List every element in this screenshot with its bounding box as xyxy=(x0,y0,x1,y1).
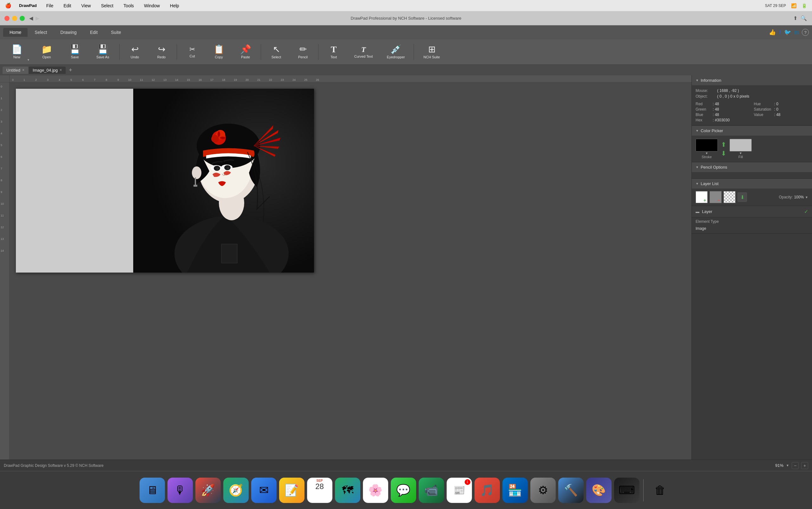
dock-item-settings[interactable]: ⚙ xyxy=(530,478,556,503)
twitter-icon[interactable]: 🐦 xyxy=(784,29,791,36)
layer-visibility-check[interactable]: ✓ xyxy=(804,208,808,214)
dock-item-news[interactable]: 📰 1 xyxy=(447,478,472,503)
linkedin-icon[interactable]: in xyxy=(794,29,799,36)
doc-tab-image-close[interactable]: × xyxy=(60,68,62,72)
fill-swatch-container: ▼ Fill xyxy=(729,139,752,159)
menu-file[interactable]: File xyxy=(44,3,56,9)
fill-label: Fill xyxy=(739,155,743,159)
zoom-in-button[interactable]: + xyxy=(801,462,808,469)
close-button[interactable] xyxy=(4,16,9,21)
menu-select[interactable]: Select xyxy=(99,3,115,9)
stroke-swatch-container: ▼ Stroke xyxy=(696,139,718,159)
stroke-dropdown[interactable]: ▼ xyxy=(705,151,708,155)
dock-item-facetime[interactable]: 📹 xyxy=(419,478,444,503)
info-hex: Hex : #303030 xyxy=(696,118,750,122)
layer-thumb-alpha[interactable] xyxy=(723,191,736,203)
open-button[interactable]: 📁 Open xyxy=(32,41,61,63)
text-button[interactable]: T Text xyxy=(321,41,346,63)
dock-item-notes[interactable]: 📝 xyxy=(279,478,305,503)
save-as-button[interactable]: 💾 Save As xyxy=(89,41,117,63)
nch-suite-button[interactable]: ⊞ NCH Suite xyxy=(416,41,447,63)
pencil-button[interactable]: ✏ Pencil xyxy=(290,41,316,63)
dock-item-appstore[interactable]: 🏪 xyxy=(502,478,528,503)
blue-label: Blue xyxy=(696,112,712,117)
menu-window[interactable]: Window xyxy=(142,3,162,9)
ruler-v-1: 1 xyxy=(1,97,2,100)
forward-button[interactable]: ▶ xyxy=(35,15,39,21)
nav-tab-select[interactable]: Select xyxy=(28,28,53,37)
search-icon[interactable]: 🔍 xyxy=(801,15,807,21)
dock-item-siri[interactable]: 🎙 xyxy=(167,478,193,503)
eyedropper-button[interactable]: 💉 Eyedropper xyxy=(381,41,411,63)
dock-item-messages[interactable]: 💬 xyxy=(391,478,416,503)
dock-item-launchpad[interactable]: 🚀 xyxy=(195,478,221,503)
pencil-options-header[interactable]: ▼ Pencil Options xyxy=(692,162,812,172)
curved-text-button[interactable]: T Curved Text xyxy=(348,41,379,63)
paste-label: Paste xyxy=(241,55,250,59)
cut-button[interactable]: ✂ Cut xyxy=(180,41,205,63)
dock-item-maps[interactable]: 🗺 xyxy=(335,478,360,503)
save-button[interactable]: 💾 Save xyxy=(62,41,88,63)
select-button[interactable]: ↖ Select xyxy=(263,41,289,63)
information-header[interactable]: ▼ Information xyxy=(692,75,812,85)
app-name-menu[interactable]: DrawPad xyxy=(19,3,37,8)
dock-item-calendar[interactable]: SEP 28 xyxy=(307,478,333,503)
menu-view[interactable]: View xyxy=(79,3,93,9)
ruler-v-8: 8 xyxy=(1,179,2,182)
copy-button[interactable]: 📋 Copy xyxy=(206,41,231,63)
doc-tab-untitled[interactable]: Untitled × xyxy=(3,67,28,74)
doc-tab-image[interactable]: Image_04.jpg × xyxy=(29,67,66,74)
dock-item-music[interactable]: 🎵 xyxy=(474,478,500,503)
share-icon[interactable]: ⬆ xyxy=(793,15,798,21)
undo-label: Undo xyxy=(131,55,139,59)
new-button[interactable]: 📄 New ▼ xyxy=(3,41,31,63)
layer-item[interactable]: ▬ Layer ✓ xyxy=(692,206,812,217)
tab-add-button[interactable]: + xyxy=(66,67,75,73)
dock-item-mail[interactable]: ✉ xyxy=(251,478,277,503)
color-picker-header[interactable]: ▼ Color Picker xyxy=(692,126,812,136)
back-button[interactable]: ◀ xyxy=(29,15,33,21)
dock-item-xcode[interactable]: 🔨 xyxy=(558,478,584,503)
dock-item-photos[interactable]: 🌸 xyxy=(363,478,388,503)
maximize-button[interactable] xyxy=(20,16,25,21)
fill-swatch[interactable] xyxy=(729,139,752,151)
apple-menu[interactable]: 🍎 xyxy=(5,3,11,8)
swap-arrows[interactable]: ⬆ ⬇ xyxy=(721,141,726,157)
menu-help[interactable]: Help xyxy=(168,3,181,9)
text-icon: T xyxy=(331,45,337,54)
dock-item-drawpad[interactable]: 🎨 xyxy=(586,478,612,503)
mouse-label: Mouse: xyxy=(696,89,715,93)
stroke-swatch[interactable] xyxy=(696,139,718,151)
fill-dropdown[interactable]: ▼ xyxy=(739,151,742,155)
dock-item-trash[interactable]: 🗑 xyxy=(647,478,673,503)
redo-button[interactable]: ↪ Redo xyxy=(149,41,174,63)
layer-name: Layer xyxy=(702,209,802,214)
dock-item-safari[interactable]: 🧭 xyxy=(223,478,249,503)
layer-thumb-white[interactable]: + xyxy=(696,191,708,203)
doc-tab-untitled-close[interactable]: × xyxy=(22,68,24,72)
minimize-button[interactable] xyxy=(12,16,17,21)
nav-tab-home[interactable]: Home xyxy=(3,28,28,37)
nav-tab-suite[interactable]: Suite xyxy=(105,28,127,37)
menu-edit[interactable]: Edit xyxy=(62,3,73,9)
menu-wifi[interactable]: 📶 xyxy=(791,3,797,8)
nav-tab-drawing[interactable]: Drawing xyxy=(54,28,83,37)
paste-button[interactable]: 📌 Paste xyxy=(233,41,258,63)
layer-list-header[interactable]: ▼ Layer List xyxy=(692,179,812,189)
canvas-document[interactable] xyxy=(16,89,314,273)
dock-item-finder[interactable]: 🖥 xyxy=(139,478,165,503)
canvas-work[interactable] xyxy=(9,82,691,460)
fb-icon2[interactable]: f xyxy=(779,29,781,36)
layer-download-btn[interactable]: ⬇ xyxy=(738,192,747,202)
nav-tab-edit[interactable]: Edit xyxy=(84,28,104,37)
undo-button[interactable]: ↩ Undo xyxy=(122,41,148,63)
layer-thumb-gray[interactable]: − xyxy=(710,191,722,203)
opacity-dropdown-arrow[interactable]: ▼ xyxy=(805,196,808,199)
zoom-dropdown-arrow[interactable]: ▼ xyxy=(786,464,789,467)
menu-battery[interactable]: 🔋 xyxy=(802,3,807,8)
dock-item-terminal[interactable]: ⌨ xyxy=(614,478,639,503)
help-icon[interactable]: ? xyxy=(802,29,809,36)
facebook-icon[interactable]: 👍 xyxy=(769,29,776,36)
menu-tools[interactable]: Tools xyxy=(122,3,136,9)
zoom-out-button[interactable]: − xyxy=(792,462,799,469)
